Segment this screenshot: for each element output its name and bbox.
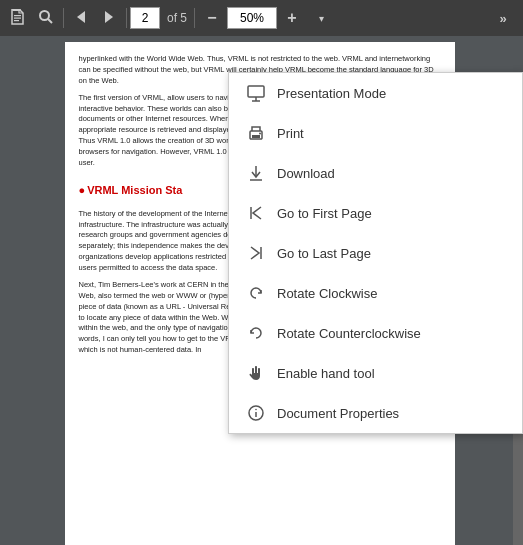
file-icon xyxy=(10,9,26,28)
menu-item-document-properties[interactable]: Document Properties xyxy=(229,393,522,433)
page-total-label: of 5 xyxy=(167,11,187,25)
toolbar: of 5 − + ▾ » xyxy=(0,0,523,36)
toolbar-left-group xyxy=(4,4,60,32)
more-tools-icon: » xyxy=(499,11,506,26)
print-label: Print xyxy=(277,126,304,141)
next-page-icon xyxy=(103,10,115,27)
dropdown-menu: Presentation Mode Print Dow xyxy=(228,72,523,434)
rotate-counterclockwise-label: Rotate Counterclockwise xyxy=(277,326,421,341)
menu-item-go-to-last-page[interactable]: Go to Last Page xyxy=(229,233,522,273)
go-to-first-page-label: Go to First Page xyxy=(277,206,372,221)
pdf-heading: VRML Mission Sta xyxy=(87,183,182,199)
menu-item-go-to-first-page[interactable]: Go to First Page xyxy=(229,193,522,233)
search-icon xyxy=(38,9,54,28)
hand-tool-icon xyxy=(245,362,267,384)
prev-page-button[interactable] xyxy=(67,4,95,32)
page-number-input[interactable] xyxy=(130,7,160,29)
prev-page-icon xyxy=(75,10,87,27)
document-properties-icon xyxy=(245,402,267,424)
svg-rect-1 xyxy=(14,15,21,16)
svg-point-28 xyxy=(259,133,261,135)
svg-rect-2 xyxy=(14,17,21,18)
menu-item-print[interactable]: Print xyxy=(229,113,522,153)
go-to-first-page-icon xyxy=(245,202,267,224)
search-button[interactable] xyxy=(32,4,60,32)
zoom-dropdown-button[interactable]: ▾ xyxy=(307,4,335,32)
svg-rect-3 xyxy=(14,20,19,21)
svg-marker-6 xyxy=(77,11,85,23)
page-nav-group xyxy=(67,4,123,32)
separator-1 xyxy=(63,8,64,28)
separator-3 xyxy=(194,8,195,28)
zoom-in-button[interactable]: + xyxy=(278,4,306,32)
enable-hand-tool-label: Enable hand tool xyxy=(277,366,375,381)
menu-item-download[interactable]: Download xyxy=(229,153,522,193)
print-icon xyxy=(245,122,267,144)
svg-line-5 xyxy=(48,19,52,23)
zoom-group: − + ▾ xyxy=(198,4,335,32)
svg-point-4 xyxy=(40,11,49,20)
svg-marker-7 xyxy=(105,11,113,23)
svg-rect-27 xyxy=(252,135,260,138)
go-to-last-page-label: Go to Last Page xyxy=(277,246,371,261)
svg-rect-23 xyxy=(248,86,264,97)
rotate-clockwise-icon xyxy=(245,282,267,304)
pdf-area: hyperlinked with the World Wide Web. Thu… xyxy=(0,36,523,545)
menu-item-rotate-clockwise[interactable]: Rotate Clockwise xyxy=(229,273,522,313)
go-to-last-page-icon xyxy=(245,242,267,264)
rotate-clockwise-label: Rotate Clockwise xyxy=(277,286,377,301)
document-properties-label: Document Properties xyxy=(277,406,399,421)
separator-2 xyxy=(126,8,127,28)
red-bullet: ● xyxy=(79,183,86,199)
zoom-input[interactable] xyxy=(227,7,277,29)
presentation-mode-label: Presentation Mode xyxy=(277,86,386,101)
zoom-out-button[interactable]: − xyxy=(198,4,226,32)
menu-item-rotate-counterclockwise[interactable]: Rotate Counterclockwise xyxy=(229,313,522,353)
more-tools-button[interactable]: » xyxy=(487,4,519,32)
download-icon xyxy=(245,162,267,184)
svg-point-35 xyxy=(255,409,257,411)
presentation-mode-icon xyxy=(245,82,267,104)
next-page-button[interactable] xyxy=(95,4,123,32)
file-button[interactable] xyxy=(4,4,32,32)
rotate-counterclockwise-icon xyxy=(245,322,267,344)
menu-item-presentation-mode[interactable]: Presentation Mode xyxy=(229,73,522,113)
menu-item-enable-hand-tool[interactable]: Enable hand tool xyxy=(229,353,522,393)
download-label: Download xyxy=(277,166,335,181)
page-indicator-group: of 5 xyxy=(130,7,191,29)
